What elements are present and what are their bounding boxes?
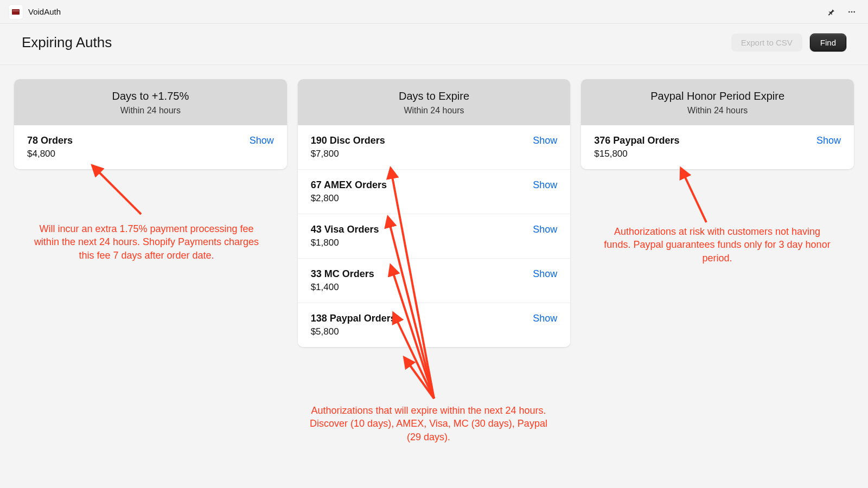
row-amount: $1,400 [311, 282, 374, 293]
row-amount: $4,800 [27, 149, 73, 159]
more-icon[interactable] [844, 5, 859, 18]
card-days-to-expire: Days to Expire Within 24 hours 190 Disc … [298, 79, 571, 347]
show-link[interactable]: Show [533, 179, 557, 191]
card-subtitle: Within 24 hours [586, 106, 848, 115]
card-days-to-fee: Days to +1.75% Within 24 hours 78 Orders… [14, 79, 287, 169]
show-link[interactable]: Show [250, 135, 274, 146]
content-grid: Days to +1.75% Within 24 hours 78 Orders… [0, 65, 868, 361]
row-title: 376 Paypal Orders [594, 135, 679, 146]
page-header: Expiring Auths Export to CSV Find [0, 24, 868, 65]
app-name: VoidAuth [28, 7, 61, 16]
row-amount: $15,800 [594, 149, 679, 159]
card-row: 376 Paypal Orders $15,800 Show [581, 125, 854, 169]
svg-point-1 [851, 11, 853, 12]
card-paypal-honor: Paypal Honor Period Expire Within 24 hou… [581, 79, 854, 169]
show-link[interactable]: Show [533, 268, 557, 280]
show-link[interactable]: Show [533, 224, 557, 235]
show-link[interactable]: Show [816, 135, 841, 146]
card-body: 376 Paypal Orders $15,800 Show [581, 125, 854, 169]
card-head: Paypal Honor Period Expire Within 24 hou… [581, 79, 854, 125]
row-title: 43 Visa Orders [311, 224, 379, 235]
row-amount: $1,800 [311, 237, 379, 248]
card-head: Days to Expire Within 24 hours [298, 79, 571, 125]
row-left: 67 AMEX Orders $2,800 [311, 179, 387, 204]
page-title: Expiring Auths [22, 34, 112, 51]
row-amount: $5,800 [311, 326, 396, 337]
row-left: 33 MC Orders $1,400 [311, 268, 374, 293]
row-left: 43 Visa Orders $1,800 [311, 224, 379, 248]
row-left: 190 Disc Orders $7,800 [311, 135, 385, 159]
card-head: Days to +1.75% Within 24 hours [14, 79, 287, 125]
export-csv-button[interactable]: Export to CSV [731, 34, 802, 52]
row-amount: $2,800 [311, 193, 387, 204]
row-left: 138 Paypal Orders $5,800 [311, 313, 396, 337]
card-row: 43 Visa Orders $1,800 Show [298, 214, 571, 258]
show-link[interactable]: Show [533, 135, 557, 146]
row-title: 33 MC Orders [311, 268, 374, 280]
show-link[interactable]: Show [533, 313, 557, 324]
card-title: Paypal Honor Period Expire [586, 90, 848, 102]
card-row: 190 Disc Orders $7,800 Show [298, 125, 571, 169]
svg-point-2 [853, 11, 855, 12]
card-subtitle: Within 24 hours [20, 106, 282, 115]
app-icon [9, 5, 23, 19]
card-subtitle: Within 24 hours [303, 106, 565, 115]
svg-line-8 [404, 357, 434, 399]
find-button[interactable]: Find [810, 34, 846, 52]
card-row: 67 AMEX Orders $2,800 Show [298, 169, 571, 214]
app-topbar: VoidAuth [0, 0, 868, 24]
row-left: 78 Orders $4,800 [27, 135, 73, 159]
row-title: 138 Paypal Orders [311, 313, 396, 324]
header-actions: Export to CSV Find [731, 34, 846, 52]
row-title: 190 Disc Orders [311, 135, 385, 146]
topbar-right [825, 5, 859, 18]
card-body: 78 Orders $4,800 Show [14, 125, 287, 169]
topbar-left: VoidAuth [9, 5, 61, 19]
row-title: 78 Orders [27, 135, 73, 146]
card-row: 33 MC Orders $1,400 Show [298, 258, 571, 303]
card-row: 138 Paypal Orders $5,800 Show [298, 303, 571, 347]
row-title: 67 AMEX Orders [311, 179, 387, 191]
annotation-middle: Authorizations that will expire within t… [307, 404, 551, 444]
svg-point-0 [848, 11, 850, 12]
card-body: 190 Disc Orders $7,800 Show 67 AMEX Orde… [298, 125, 571, 347]
pin-icon[interactable] [825, 5, 838, 18]
card-title: Days to +1.75% [20, 90, 282, 102]
row-left: 376 Paypal Orders $15,800 [594, 135, 679, 159]
row-amount: $7,800 [311, 149, 385, 159]
card-row: 78 Orders $4,800 Show [14, 125, 287, 169]
card-title: Days to Expire [303, 90, 565, 102]
